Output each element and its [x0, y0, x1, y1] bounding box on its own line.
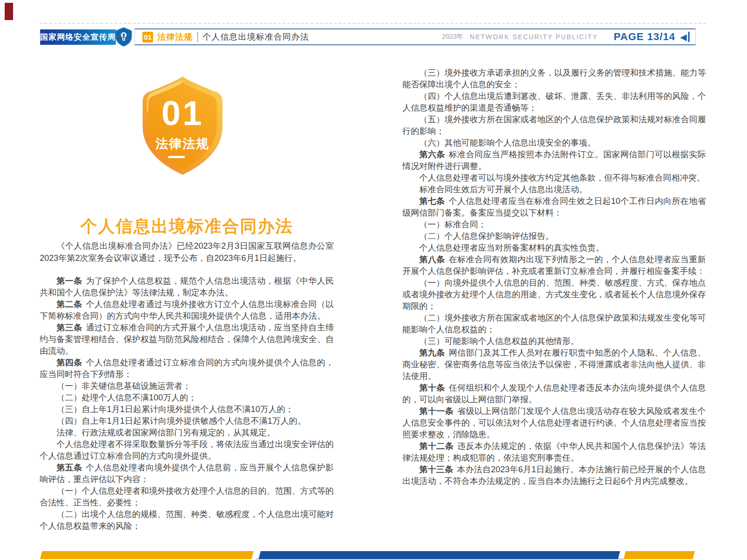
- article-paragraph: 第十一条省级以上网信部门发现个人信息出境活动存在较大风险或者发生个人信息安全事件…: [402, 406, 706, 441]
- header-bar: 01 法律法规 个人信息出境标准合同办法 2023年 NETWORK SECUR…: [134, 28, 696, 45]
- page-back-icon[interactable]: ◀: [680, 32, 690, 42]
- page-indicator: PAGE 13/14: [613, 31, 675, 43]
- article-paragraph: （四）个人信息出境后遭到篡改、破坏、泄露、丢失、非法利用等的风险，个人信息权益维…: [402, 91, 706, 114]
- article-paragraph: 第八条在标准合同有效期内出现下列情形之一的，个人信息处理者应当重新开展个人信息保…: [402, 254, 706, 277]
- article-paragraph: 第九条网信部门及其工作人员对在履行职责中知悉的个人隐私、个人信息、商业秘密、保密…: [402, 347, 706, 382]
- article-paragraph: （三）自上年1月1日起累计向境外提供个人信息不满10万人的；: [40, 404, 334, 415]
- article-paragraph: （二）境外接收方所在国家或者地区的个人信息保护政策和法规发生变化等可能影响个人信…: [402, 312, 706, 336]
- header-divider: [197, 32, 198, 42]
- brand-badge: 国家网络安全宣传周: [40, 29, 116, 45]
- article-number: 第一条: [56, 276, 82, 286]
- article-number: 第十条: [419, 383, 445, 392]
- article-paragraph: （二）个人信息保护影响评估报告。: [402, 231, 706, 242]
- article-paragraph: 标准合同生效后方可开展个人信息出境活动。: [402, 184, 706, 196]
- article-paragraph: 第四条个人信息处理者通过订立标准合同的方式向境外提供个人信息的，应当同时符合下列…: [40, 357, 334, 380]
- emblem-dash: [168, 156, 185, 158]
- article-paragraph: （一）非关键信息基础设施运营者；: [40, 380, 334, 392]
- chapter-shield-emblem: 01 法律法规: [139, 69, 226, 186]
- article-paragraph: 法律、行政法规或者国家网信部门另有规定的，从其规定。: [40, 427, 334, 439]
- article-paragraph: 第十条任何组织和个人发现个人信息处理者违反本办法向境外提供个人信息的，可以向省级…: [402, 382, 706, 406]
- article-number: 第十三条: [419, 465, 453, 474]
- section-label: 法律法规: [157, 31, 193, 42]
- article-paragraph: （一）标准合同；: [402, 219, 706, 231]
- article-paragraph: 第五条个人信息处理者向境外提供个人信息前，应当开展个人信息保护影响评估，重点评估…: [40, 462, 334, 485]
- article-number: 第二条: [56, 300, 82, 309]
- article-paragraph: （二）处理个人信息不满100万人的；: [40, 392, 334, 404]
- article-paragraph: 第三条通过订立标准合同的方式开展个人信息出境活动，应当坚持自主缔约与备案管理相结…: [40, 322, 334, 357]
- emblem-label: 法律法规: [139, 135, 226, 152]
- article-number: 第十一条: [419, 406, 454, 416]
- document-page: 国家网络安全宣传周 01 法律法规 个人信息出境标准合同办法 2023年 NET…: [0, 0, 747, 560]
- right-column-paragraphs: （三）境外接收方承诺承担的义务，以及履行义务的管理和技术措施、能力等能否保障出境…: [402, 67, 706, 487]
- article-number: 第十二条: [419, 441, 454, 451]
- article-paragraph: 第一条为了保护个人信息权益，规范个人信息出境活动，根据《中华人民共和国个人信息保…: [40, 275, 334, 299]
- article-paragraph: 个人信息处理者不得采取数量拆分等手段，将依法应当通过出境安全评估的个人信息通过订…: [40, 439, 334, 462]
- section-number-badge: 01: [142, 32, 153, 42]
- article-paragraph: 第十二条违反本办法规定的，依据《中华人民共和国个人信息保护法》等法律法规处理；构…: [402, 441, 706, 464]
- article-paragraph: （一）向境外提供个人信息的目的、范围、种类、敏感程度、方式、保存地点或者境外接收…: [402, 277, 706, 312]
- article-number: 第三条: [56, 323, 82, 332]
- article-paragraph: （五）境外接收方所在国家或者地区的个人信息保护政策和法规对标准合同履行的影响；: [402, 114, 706, 137]
- article-paragraph: （一）个人信息处理者和境外接收方处理个人信息的目的、范围、方式等的合法性、正当性…: [40, 485, 334, 509]
- article-number: 第五条: [56, 463, 82, 472]
- article-paragraph: 个人信息处理者应当对所备案材料的真实性负责。: [402, 242, 706, 254]
- article-paragraph: 第七条个人信息处理者应当在标准合同生效之日起10个工作日内向所在地省级网信部门备…: [402, 196, 706, 219]
- footer-stripe-blue: [259, 551, 620, 559]
- header-year: 2023年: [442, 33, 463, 41]
- header-doc-title: 个人信息出境标准合同办法: [203, 31, 309, 42]
- article-paragraph: （四）自上年1月1日起累计向境外提供敏感个人信息不满1万人的。: [40, 415, 334, 427]
- article-paragraph: 第二条个人信息处理者通过与境外接收方订立个人信息出境标准合同（以下简称标准合同）…: [40, 299, 334, 322]
- security-shield-icon: [115, 27, 132, 47]
- emblem-number: 01: [139, 93, 226, 133]
- article-title: 个人信息出境标准合同办法: [40, 215, 334, 238]
- article-number: 第八条: [419, 255, 445, 264]
- header-publicity-text: NETWORK SECURITY PUBLICITY: [470, 33, 598, 41]
- article-intro: 《个人信息出境标准合同办法》已经2023年2月3日国家互联网信息办公室2023年…: [40, 240, 334, 264]
- article-paragraph: （六）其他可能影响个人信息出境安全的事项。: [402, 137, 706, 149]
- article-paragraph: （三）境外接收方承诺承担的义务，以及履行义务的管理和技术措施、能力等能否保障出境…: [402, 67, 706, 91]
- article-number: 第九条: [419, 348, 445, 357]
- corner-mark: [5, 3, 13, 20]
- left-column-paragraphs: 第一条为了保护个人信息权益，规范个人信息出境活动，根据《中华人民共和国个人信息保…: [40, 275, 334, 532]
- article-paragraph: （二）出境个人信息的规模、范围、种类、敏感程度，个人信息出境可能对个人信息权益带…: [40, 509, 334, 532]
- footer-stripe-orange-left: [40, 551, 254, 559]
- footer-stripe-orange-right: [624, 551, 695, 559]
- article-paragraph: 第十三条本办法自2023年6月1日起施行。本办法施行前已经开展的个人信息出境活动…: [402, 464, 706, 487]
- article-paragraph: （三）可能影响个人信息权益的其他情形。: [402, 336, 706, 347]
- back-triangle-icon: ◀: [680, 32, 687, 42]
- brand-label: 国家网络安全宣传周: [40, 32, 116, 42]
- article-number: 第七条: [419, 196, 445, 206]
- article-number: 第六条: [419, 150, 445, 159]
- article-paragraph: 第六条标准合同应当严格按照本办法附件订立。国家网信部门可以根据实际情况对附件进行…: [402, 149, 706, 172]
- article-paragraph: 个人信息处理者可以与境外接收方约定其他条款，但不得与标准合同相冲突。: [402, 172, 706, 184]
- article-number: 第四条: [56, 358, 82, 367]
- top-dashed-rule: [40, 23, 706, 24]
